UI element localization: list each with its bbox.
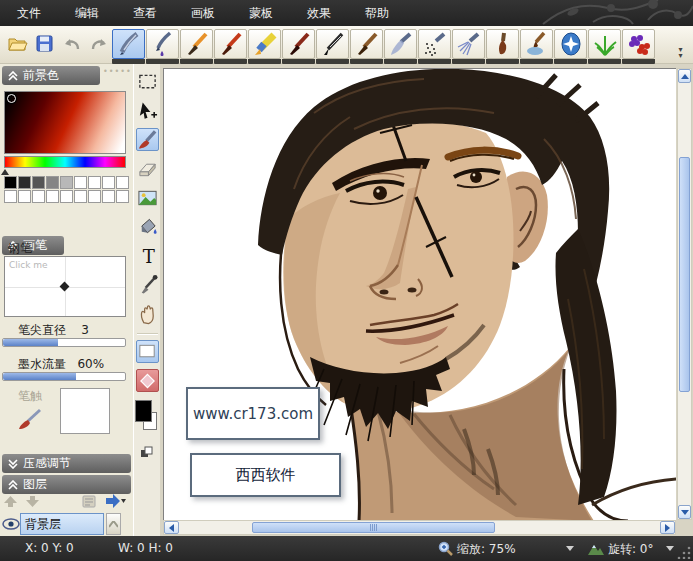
- foreground-color-panel-header[interactable]: 前景色: [2, 66, 100, 85]
- menu-effects[interactable]: 效果: [290, 0, 348, 26]
- menu-help[interactable]: 帮助: [348, 0, 406, 26]
- scroll-up-button[interactable]: [678, 69, 691, 83]
- redo-button[interactable]: [87, 32, 110, 55]
- shape-frame-tool-button[interactable]: [136, 340, 159, 363]
- orange-pencil-tool-button[interactable]: [180, 29, 213, 59]
- watermark-site-text: 西西软件: [236, 466, 296, 485]
- yellow-crayon-tool-button[interactable]: [248, 29, 281, 59]
- eraser-tool-button[interactable]: [136, 157, 159, 180]
- color-picker-marker[interactable]: [7, 94, 16, 103]
- ink-pen-tool-button[interactable]: [146, 29, 179, 59]
- open-folder-button[interactable]: [6, 32, 29, 55]
- horizontal-scroll-thumb[interactable]: [252, 522, 495, 533]
- black-pen-tool-button[interactable]: [316, 29, 349, 59]
- zoom-level[interactable]: 缩放: 75%: [457, 541, 516, 558]
- color-swatch[interactable]: [116, 176, 129, 189]
- fill-bucket-tool-button[interactable]: [136, 215, 159, 238]
- layer-list-scroll-up[interactable]: [106, 513, 121, 535]
- canvas[interactable]: www.cr173.com 西西软件: [163, 68, 676, 520]
- vertical-scrollbar[interactable]: [677, 68, 692, 520]
- panel-title: 图层: [23, 476, 47, 493]
- resize-grip[interactable]: [677, 545, 691, 559]
- color-gradient-field[interactable]: [4, 91, 126, 154]
- round-brush-tool-button[interactable]: [486, 29, 519, 59]
- vertical-scroll-thumb[interactable]: [679, 157, 690, 392]
- spray-tool-button[interactable]: [418, 29, 451, 59]
- brown-pen-tool-button[interactable]: [350, 29, 383, 59]
- color-swatch[interactable]: [74, 176, 87, 189]
- swap-colors-icon[interactable]: [140, 446, 154, 458]
- color-swatch[interactable]: [102, 190, 115, 203]
- fountain-pen-tool-button[interactable]: [112, 29, 145, 59]
- menu-canvas[interactable]: 画板: [174, 0, 232, 26]
- color-swatch[interactable]: [4, 190, 17, 203]
- text-tool-button[interactable]: T: [136, 244, 159, 267]
- toolbar-overflow-button[interactable]: ▾▾: [674, 47, 687, 60]
- hue-slider[interactable]: [4, 156, 126, 168]
- layer-name[interactable]: 背景层: [20, 513, 104, 535]
- menu-file[interactable]: 文件: [0, 0, 58, 26]
- watercolor-brush-tool-button[interactable]: [520, 29, 553, 59]
- red-pencil-tool-button[interactable]: [214, 29, 247, 59]
- stroke-preview-box[interactable]: [60, 388, 110, 434]
- tip-diameter-slider[interactable]: [2, 338, 126, 347]
- rotation-value[interactable]: 旋转: 0°: [608, 541, 654, 558]
- menu-view[interactable]: 查看: [116, 0, 174, 26]
- rect-select-tool-button[interactable]: [136, 70, 159, 93]
- color-swatch[interactable]: [32, 190, 45, 203]
- fiber-spray-tool-button[interactable]: [452, 29, 485, 59]
- layer-menu-button[interactable]: [106, 494, 126, 508]
- color-swatch[interactable]: [4, 176, 17, 189]
- color-swatch[interactable]: [46, 190, 59, 203]
- watercolor-brush-icon: [524, 31, 550, 57]
- save-button[interactable]: [33, 32, 56, 55]
- layer-visibility-eye-icon[interactable]: [2, 517, 20, 531]
- rotation-dropdown-caret[interactable]: [666, 546, 674, 551]
- color-swatch[interactable]: [32, 176, 45, 189]
- move-tool-button[interactable]: [136, 99, 159, 122]
- foreground-color-well[interactable]: [135, 400, 152, 422]
- paintbrush-tool-button[interactable]: [136, 128, 159, 151]
- color-swatch[interactable]: [46, 176, 59, 189]
- mask-badge-tool-button[interactable]: [136, 369, 159, 392]
- maroon-brush-tool-button[interactable]: [282, 29, 315, 59]
- menu-edit[interactable]: 编辑: [58, 0, 116, 26]
- star-stamp-tool-button[interactable]: [554, 29, 587, 59]
- zoom-dropdown-caret[interactable]: [566, 546, 574, 551]
- layer-properties-button[interactable]: [82, 495, 97, 508]
- scroll-right-button[interactable]: [660, 521, 675, 534]
- menu-mask[interactable]: 蒙板: [232, 0, 290, 26]
- crop-image-tool-button[interactable]: [136, 186, 159, 209]
- black-pen-cell: [316, 29, 349, 64]
- color-swatch[interactable]: [88, 176, 101, 189]
- grass-stamp-tool-button[interactable]: [588, 29, 621, 59]
- color-swatch[interactable]: [18, 190, 31, 203]
- watermark-box-url: www.cr173.com: [186, 387, 320, 440]
- color-swatch[interactable]: [60, 176, 73, 189]
- airbrush-tool-button[interactable]: [384, 29, 417, 59]
- color-swatch[interactable]: [88, 190, 101, 203]
- panel-grip[interactable]: •••••: [103, 67, 132, 76]
- color-swatch[interactable]: [74, 190, 87, 203]
- pressure-panel-header[interactable]: 压感调节: [2, 454, 131, 473]
- spray-icon: [422, 31, 448, 57]
- flower-stamp-tool-button[interactable]: [622, 29, 655, 59]
- hue-marker[interactable]: [1, 169, 9, 175]
- layer-down-button[interactable]: [26, 496, 39, 507]
- color-swatch[interactable]: [116, 190, 129, 203]
- ink-flow-fill: [3, 373, 76, 380]
- brush-preview-box[interactable]: Click me: [4, 256, 126, 317]
- hand-tool-button[interactable]: [136, 302, 159, 325]
- layer-row-background[interactable]: 背景层: [2, 512, 130, 536]
- color-swatch[interactable]: [18, 176, 31, 189]
- scroll-left-button[interactable]: [164, 521, 179, 534]
- panel-title: 前景色: [23, 67, 59, 84]
- scroll-down-button[interactable]: [678, 505, 691, 519]
- undo-button[interactable]: [60, 32, 83, 55]
- eyedropper-tool-button[interactable]: [136, 273, 159, 296]
- ink-flow-slider[interactable]: [2, 372, 126, 381]
- horizontal-scrollbar[interactable]: [163, 520, 676, 535]
- color-swatch[interactable]: [102, 176, 115, 189]
- layer-up-button[interactable]: [4, 496, 17, 507]
- color-swatch[interactable]: [60, 190, 73, 203]
